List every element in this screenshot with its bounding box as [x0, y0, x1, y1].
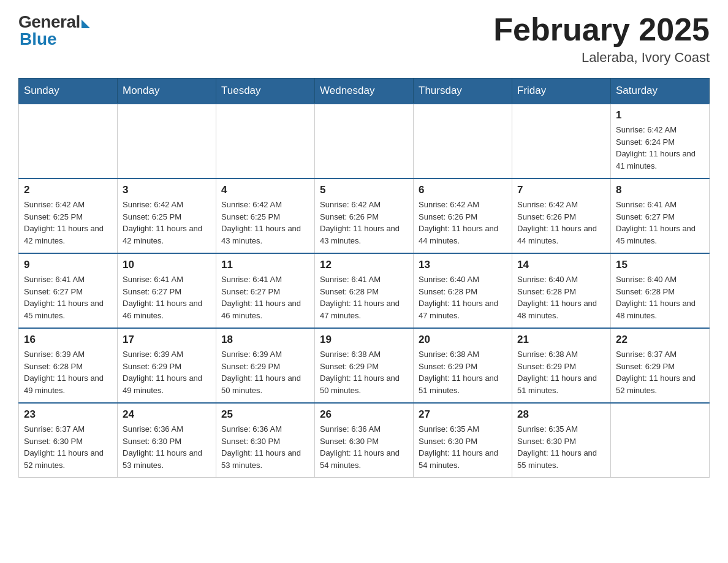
- title-area: February 2025 Laleraba, Ivory Coast: [493, 12, 710, 66]
- day-number: 20: [419, 334, 507, 346]
- day-info: Sunrise: 6:39 AM Sunset: 6:29 PM Dayligh…: [123, 348, 211, 396]
- calendar-cell: 17Sunrise: 6:39 AM Sunset: 6:29 PM Dayli…: [118, 328, 216, 403]
- day-number: 21: [517, 334, 605, 346]
- calendar-table: SundayMondayTuesdayWednesdayThursdayFrid…: [18, 78, 710, 478]
- calendar-cell: [315, 104, 414, 178]
- day-info: Sunrise: 6:42 AM Sunset: 6:26 PM Dayligh…: [517, 199, 605, 247]
- day-number: 18: [221, 334, 309, 346]
- day-info: Sunrise: 6:42 AM Sunset: 6:25 PM Dayligh…: [123, 199, 211, 247]
- day-number: 15: [616, 259, 704, 271]
- day-number: 12: [320, 259, 408, 271]
- calendar-cell: [512, 104, 611, 178]
- calendar-cell: 14Sunrise: 6:40 AM Sunset: 6:28 PM Dayli…: [512, 253, 611, 328]
- day-info: Sunrise: 6:41 AM Sunset: 6:28 PM Dayligh…: [320, 274, 408, 321]
- calendar-cell: 11Sunrise: 6:41 AM Sunset: 6:27 PM Dayli…: [216, 253, 315, 328]
- calendar-cell: 16Sunrise: 6:39 AM Sunset: 6:28 PM Dayli…: [19, 328, 118, 403]
- day-info: Sunrise: 6:38 AM Sunset: 6:29 PM Dayligh…: [320, 348, 408, 396]
- day-number: 5: [320, 184, 408, 196]
- day-info: Sunrise: 6:38 AM Sunset: 6:29 PM Dayligh…: [419, 348, 507, 396]
- day-info: Sunrise: 6:40 AM Sunset: 6:28 PM Dayligh…: [419, 274, 507, 321]
- day-info: Sunrise: 6:38 AM Sunset: 6:29 PM Dayligh…: [517, 348, 605, 396]
- location: Laleraba, Ivory Coast: [493, 50, 710, 66]
- day-number: 2: [24, 184, 112, 196]
- calendar-cell: 28Sunrise: 6:35 AM Sunset: 6:30 PM Dayli…: [512, 403, 611, 478]
- calendar-cell: [118, 104, 216, 178]
- calendar-cell: 6Sunrise: 6:42 AM Sunset: 6:26 PM Daylig…: [414, 178, 512, 253]
- calendar-cell: 26Sunrise: 6:36 AM Sunset: 6:30 PM Dayli…: [315, 403, 414, 478]
- day-number: 16: [24, 334, 112, 346]
- day-info: Sunrise: 6:40 AM Sunset: 6:28 PM Dayligh…: [517, 274, 605, 321]
- calendar-week-1: 1Sunrise: 6:42 AM Sunset: 6:24 PM Daylig…: [19, 104, 710, 178]
- day-number: 25: [221, 408, 309, 421]
- calendar-cell: 10Sunrise: 6:41 AM Sunset: 6:27 PM Dayli…: [118, 253, 216, 328]
- calendar-cell: 2Sunrise: 6:42 AM Sunset: 6:25 PM Daylig…: [19, 178, 118, 253]
- day-info: Sunrise: 6:35 AM Sunset: 6:30 PM Dayligh…: [419, 423, 507, 471]
- day-info: Sunrise: 6:36 AM Sunset: 6:30 PM Dayligh…: [221, 423, 309, 471]
- calendar-cell: 19Sunrise: 6:38 AM Sunset: 6:29 PM Dayli…: [315, 328, 414, 403]
- day-info: Sunrise: 6:39 AM Sunset: 6:28 PM Dayligh…: [24, 348, 112, 396]
- day-info: Sunrise: 6:36 AM Sunset: 6:30 PM Dayligh…: [320, 423, 408, 471]
- logo-blue-text: Blue: [18, 29, 57, 49]
- day-number: 26: [320, 408, 408, 421]
- day-number: 11: [221, 259, 309, 271]
- day-header-sunday: Sunday: [19, 79, 118, 104]
- day-number: 13: [419, 259, 507, 271]
- day-number: 19: [320, 334, 408, 346]
- day-info: Sunrise: 6:37 AM Sunset: 6:29 PM Dayligh…: [616, 348, 704, 396]
- day-number: 10: [123, 259, 211, 271]
- calendar-cell: [216, 104, 315, 178]
- day-header-saturday: Saturday: [611, 79, 710, 104]
- day-info: Sunrise: 6:35 AM Sunset: 6:30 PM Dayligh…: [517, 423, 605, 471]
- day-number: 27: [419, 408, 507, 421]
- calendar-cell: 24Sunrise: 6:36 AM Sunset: 6:30 PM Dayli…: [118, 403, 216, 478]
- day-info: Sunrise: 6:42 AM Sunset: 6:24 PM Dayligh…: [616, 124, 704, 172]
- calendar-cell: [19, 104, 118, 178]
- calendar-body: 1Sunrise: 6:42 AM Sunset: 6:24 PM Daylig…: [19, 104, 710, 478]
- calendar-cell: 18Sunrise: 6:39 AM Sunset: 6:29 PM Dayli…: [216, 328, 315, 403]
- calendar-header: SundayMondayTuesdayWednesdayThursdayFrid…: [19, 79, 710, 104]
- day-number: 4: [221, 184, 309, 196]
- calendar-cell: 8Sunrise: 6:41 AM Sunset: 6:27 PM Daylig…: [611, 178, 710, 253]
- day-info: Sunrise: 6:42 AM Sunset: 6:25 PM Dayligh…: [221, 199, 309, 247]
- day-number: 7: [517, 184, 605, 196]
- calendar-cell: 22Sunrise: 6:37 AM Sunset: 6:29 PM Dayli…: [611, 328, 710, 403]
- day-info: Sunrise: 6:41 AM Sunset: 6:27 PM Dayligh…: [24, 274, 112, 321]
- day-number: 9: [24, 259, 112, 271]
- day-info: Sunrise: 6:41 AM Sunset: 6:27 PM Dayligh…: [123, 274, 211, 321]
- calendar-cell: [414, 104, 512, 178]
- day-info: Sunrise: 6:37 AM Sunset: 6:30 PM Dayligh…: [24, 423, 112, 471]
- calendar-cell: 7Sunrise: 6:42 AM Sunset: 6:26 PM Daylig…: [512, 178, 611, 253]
- calendar-cell: 9Sunrise: 6:41 AM Sunset: 6:27 PM Daylig…: [19, 253, 118, 328]
- day-info: Sunrise: 6:41 AM Sunset: 6:27 PM Dayligh…: [616, 199, 704, 247]
- day-info: Sunrise: 6:40 AM Sunset: 6:28 PM Dayligh…: [616, 274, 704, 321]
- day-header-monday: Monday: [118, 79, 216, 104]
- day-number: 28: [517, 408, 605, 421]
- month-title: February 2025: [493, 12, 710, 47]
- logo: General Blue: [18, 12, 90, 49]
- day-header-thursday: Thursday: [414, 79, 512, 104]
- calendar-cell: 12Sunrise: 6:41 AM Sunset: 6:28 PM Dayli…: [315, 253, 414, 328]
- calendar-cell: 25Sunrise: 6:36 AM Sunset: 6:30 PM Dayli…: [216, 403, 315, 478]
- day-number: 17: [123, 334, 211, 346]
- calendar-cell: 3Sunrise: 6:42 AM Sunset: 6:25 PM Daylig…: [118, 178, 216, 253]
- day-number: 22: [616, 334, 704, 346]
- calendar-cell: 21Sunrise: 6:38 AM Sunset: 6:29 PM Dayli…: [512, 328, 611, 403]
- day-info: Sunrise: 6:39 AM Sunset: 6:29 PM Dayligh…: [221, 348, 309, 396]
- calendar-cell: 20Sunrise: 6:38 AM Sunset: 6:29 PM Dayli…: [414, 328, 512, 403]
- calendar-week-3: 9Sunrise: 6:41 AM Sunset: 6:27 PM Daylig…: [19, 253, 710, 328]
- calendar-cell: 5Sunrise: 6:42 AM Sunset: 6:26 PM Daylig…: [315, 178, 414, 253]
- day-info: Sunrise: 6:42 AM Sunset: 6:26 PM Dayligh…: [320, 199, 408, 247]
- day-number: 14: [517, 259, 605, 271]
- calendar-week-5: 23Sunrise: 6:37 AM Sunset: 6:30 PM Dayli…: [19, 403, 710, 478]
- day-number: 24: [123, 408, 211, 421]
- calendar-week-2: 2Sunrise: 6:42 AM Sunset: 6:25 PM Daylig…: [19, 178, 710, 253]
- calendar-cell: 13Sunrise: 6:40 AM Sunset: 6:28 PM Dayli…: [414, 253, 512, 328]
- day-info: Sunrise: 6:41 AM Sunset: 6:27 PM Dayligh…: [221, 274, 309, 321]
- day-info: Sunrise: 6:42 AM Sunset: 6:25 PM Dayligh…: [24, 199, 112, 247]
- day-number: 6: [419, 184, 507, 196]
- header-row: SundayMondayTuesdayWednesdayThursdayFrid…: [19, 79, 710, 104]
- logo-arrow-icon: [82, 20, 90, 28]
- day-number: 1: [616, 109, 704, 121]
- day-header-wednesday: Wednesday: [315, 79, 414, 104]
- day-number: 8: [616, 184, 704, 196]
